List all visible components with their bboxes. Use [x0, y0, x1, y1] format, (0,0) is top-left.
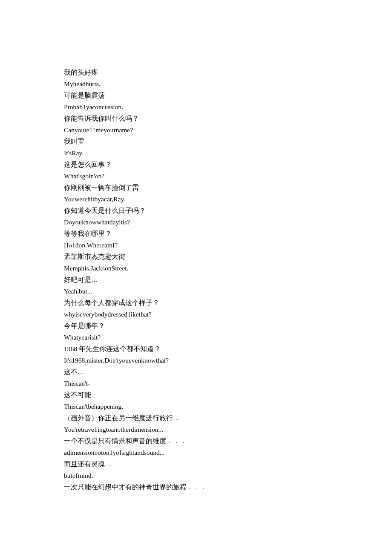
text-line: 可能是脑震荡	[64, 90, 328, 101]
text-line: Memphis.JacksonStreet.	[64, 262, 328, 274]
text-line: 一个不仅是只有情景和声音的维度．．．	[64, 435, 328, 447]
text-line: 而且还有灵魂…	[64, 458, 328, 470]
text-line: adimensionnoton1yofsightandsound...	[64, 447, 328, 458]
text-line: 我的头好疼	[64, 67, 328, 78]
text-line: Whatyearisit?	[64, 331, 328, 343]
text-line: Ho1don.WhereamI?	[64, 239, 328, 251]
text-line: Youwerehitbyacar,Ray.	[64, 193, 328, 205]
text-line: 这不可能	[64, 389, 328, 401]
text-line: （画外音）你正在另一维度进行旅行…	[64, 412, 328, 424]
text-line: 1968 年先生你连这个都不知道？	[64, 343, 328, 355]
text-line: 我叫雷	[64, 136, 328, 147]
text-line: 你刚刚被一辆车撞倒了雷	[64, 182, 328, 193]
text-line: 等等我在哪里？	[64, 228, 328, 239]
text-line: It'sRay.	[64, 147, 328, 159]
text-line: whyiseverybodydressed1ikethat?	[64, 308, 328, 320]
text-line: What'sgoin'on?	[64, 170, 328, 182]
text-line: 今年是哪年？	[64, 320, 328, 331]
text-line: 你能告诉我你叫什么吗？	[64, 113, 328, 124]
text-line: You'retrave1ingtoanotherdimension...	[64, 424, 328, 435]
text-line: Canyoute11meyourname?	[64, 124, 328, 136]
text-line: Probab1yaconcussion.	[64, 101, 328, 113]
text-line: Myheadhurts.	[64, 78, 328, 90]
text-line: 孟菲斯市杰克逊大街	[64, 251, 328, 262]
text-line: It's1968,mister.Don'tyouevenknowthat?	[64, 355, 328, 366]
text-line: 这不…	[64, 366, 328, 378]
text-line: 好吧可是…	[64, 274, 328, 285]
text-line: Doyouknowwhatdayitis?	[64, 216, 328, 228]
text-line: 为什么每个人都穿成这个样子？	[64, 297, 328, 308]
text-line: 这是怎么回事？	[64, 159, 328, 170]
document-page: 我的头好疼 Myheadhurts. 可能是脑震荡 Probab1yaconcu…	[0, 0, 392, 535]
text-line: butofmind.	[64, 470, 328, 481]
text-line: Thiscan'tbehappening.	[64, 401, 328, 412]
text-line: 你知道今天是什么日子吗？	[64, 205, 328, 216]
text-line: 一次只能在幻想中才有的神奇世界的旅程．．．	[64, 481, 328, 493]
text-line: Yeah,but...	[64, 285, 328, 297]
text-line: Thiscan't-	[64, 378, 328, 389]
